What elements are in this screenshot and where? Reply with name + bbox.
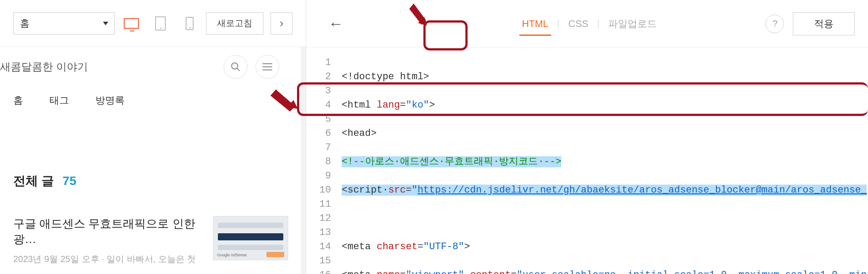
posts-count: 75 [63, 174, 76, 188]
refresh-button[interactable]: 새로고침 [206, 12, 263, 35]
code-line: <!--아로스·애드센스·무효트래픽·방지코드·--> [342, 155, 868, 169]
post-title: 구글 애드센스 무효트래픽으로 인한 광… [13, 216, 202, 247]
line-number: 4 [306, 98, 331, 112]
code-line: <script·src="https://cdn.jsdelivr.net/gh… [342, 183, 868, 197]
blog-preview: 새콤달콤한 이야기 홈 태그 방명록 전 [0, 47, 301, 274]
tablet-icon[interactable] [151, 15, 170, 32]
chevron-right-icon: › [280, 16, 284, 30]
line-number: 7 [306, 141, 331, 155]
nav-home[interactable]: 홈 [13, 94, 23, 107]
help-icon: ? [773, 19, 777, 29]
preview-pane: 홈 새로고침 › 새콤달콤한 이야기 [0, 0, 306, 274]
line-number: 16 [306, 268, 331, 274]
tab-separator: | [556, 19, 561, 29]
line-number: 10 [306, 183, 331, 197]
editor-tabs: HTML | CSS | 파일업로드 [515, 14, 664, 34]
page-select-dropdown[interactable]: 홈 [13, 12, 115, 35]
help-button[interactable]: ? [765, 15, 784, 33]
blog-nav: 홈 태그 방명록 [0, 79, 301, 120]
line-gutter: 1 2 3 4 5 6 7 8 9 10 11 12 13 14 15 16 [306, 48, 337, 274]
page-select-value: 홈 [20, 17, 30, 30]
tab-upload[interactable]: 파일업로드 [601, 14, 664, 34]
post-thumbnail: Google AdSense [213, 216, 288, 260]
line-number: 9 [306, 169, 331, 183]
line-number: 5 [306, 112, 331, 127]
line-number: 14 [306, 240, 331, 254]
code-line: <head> [342, 127, 868, 141]
code-line: <html lang="ko"> [342, 98, 868, 112]
code-line: <!doctype html> [342, 70, 868, 84]
expand-button[interactable]: › [270, 12, 293, 35]
posts-heading-label: 전체 글 [13, 174, 54, 188]
preview-scrollbar[interactable] [301, 47, 306, 274]
editor-pane: ← HTML | CSS | 파일업로드 ? 적용 1 2 3 4 5 6 [306, 0, 868, 274]
line-number: 12 [306, 212, 331, 226]
post-meta: 2023년 9월 25일 오후 · 일이 바빠서, 오늘은 첫 [13, 253, 202, 265]
tab-css[interactable]: CSS [561, 15, 595, 33]
line-number: 8 [306, 155, 331, 169]
editor-toolbar: ← HTML | CSS | 파일업로드 ? 적용 [306, 0, 868, 48]
code-line: <meta name="viewport" content="user-scal… [342, 268, 868, 274]
chevron-down-icon [103, 22, 108, 25]
code-content[interactable]: <!doctype html> <html lang="ko"> <head> … [337, 48, 868, 274]
hamburger-icon [263, 63, 272, 70]
thumb-logo-text: Google AdSense [217, 253, 247, 257]
nav-tag[interactable]: 태그 [49, 94, 69, 107]
posts-heading-row: 전체 글 75 [0, 120, 301, 207]
line-number: 15 [306, 254, 331, 268]
line-number: 6 [306, 127, 331, 141]
line-number: 11 [306, 197, 331, 212]
desktop-icon[interactable] [122, 15, 141, 32]
code-editor[interactable]: 1 2 3 4 5 6 7 8 9 10 11 12 13 14 15 16 <… [306, 48, 868, 274]
search-button[interactable] [224, 55, 247, 79]
line-number: 3 [306, 84, 331, 98]
preview-toolbar: 홈 새로고침 › [0, 0, 306, 47]
search-icon [230, 62, 241, 72]
back-button[interactable]: ← [324, 12, 348, 35]
post-list-item[interactable]: 구글 애드센스 무효트래픽으로 인한 광… 2023년 9월 25일 오후 · … [0, 207, 301, 274]
blog-site-title: 새콤달콤한 이야기 [0, 60, 88, 74]
svg-line-1 [237, 68, 240, 71]
code-line [342, 212, 868, 226]
line-number: 13 [306, 226, 331, 240]
svg-point-0 [232, 63, 238, 69]
line-number: 2 [306, 70, 331, 84]
menu-button[interactable] [255, 55, 279, 79]
line-number: 1 [306, 56, 331, 70]
code-line: <meta charset="UTF-8"> [342, 240, 868, 254]
arrow-left-icon: ← [328, 15, 343, 32]
apply-button[interactable]: 적용 [793, 12, 855, 35]
nav-guestbook[interactable]: 방명록 [95, 94, 125, 107]
phone-icon[interactable] [180, 15, 199, 32]
tab-separator: | [595, 19, 601, 29]
device-toggle-group [122, 15, 199, 32]
tab-html[interactable]: HTML [515, 15, 556, 33]
